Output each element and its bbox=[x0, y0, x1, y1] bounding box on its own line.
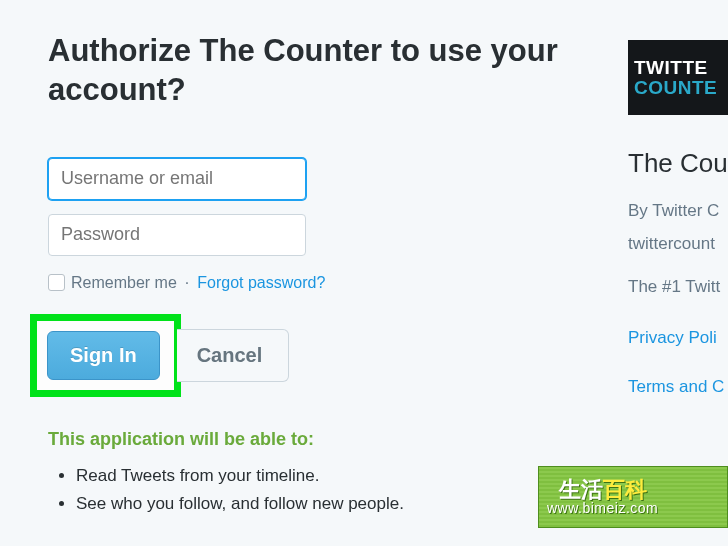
buttons-row: Sign In Cancel bbox=[48, 314, 588, 397]
terms-link[interactable]: Terms and C bbox=[628, 373, 728, 400]
side-column: TWITTE COUNTE The Cou By Twitter C twitt… bbox=[628, 32, 728, 519]
list-item: Read Tweets from your timeline. bbox=[76, 462, 588, 491]
abilities-list: Read Tweets from your timeline. See who … bbox=[48, 462, 588, 520]
watermark-logo: 生活百科 www.bimeiz.com bbox=[547, 479, 658, 515]
forgot-password-link[interactable]: Forgot password? bbox=[197, 274, 325, 292]
watermark-url: www.bimeiz.com bbox=[547, 501, 658, 515]
watermark-cn1: 生活 bbox=[559, 477, 603, 502]
page-title: Authorize The Counter to use your accoun… bbox=[48, 32, 588, 110]
logo-line1: TWITTE bbox=[634, 58, 728, 78]
authorize-page: Authorize The Counter to use your accoun… bbox=[0, 0, 728, 519]
app-author: By Twitter C bbox=[628, 197, 728, 224]
remember-row: Remember me · Forgot password? bbox=[48, 274, 588, 292]
logo-line2: COUNTE bbox=[634, 78, 728, 98]
app-name: The Cou bbox=[628, 143, 728, 185]
abilities-section: This application will be able to: Read T… bbox=[48, 429, 588, 520]
username-input[interactable] bbox=[48, 158, 306, 200]
password-field-wrap bbox=[48, 214, 588, 256]
signin-button[interactable]: Sign In bbox=[47, 331, 160, 380]
username-field-wrap bbox=[48, 158, 588, 200]
remember-label: Remember me bbox=[71, 274, 177, 292]
cancel-button[interactable]: Cancel bbox=[177, 329, 290, 382]
remember-checkbox[interactable] bbox=[48, 274, 65, 291]
app-logo: TWITTE COUNTE bbox=[628, 40, 728, 115]
privacy-policy-link[interactable]: Privacy Poli bbox=[628, 324, 728, 351]
watermark: 生活百科 www.bimeiz.com bbox=[538, 466, 728, 528]
password-input[interactable] bbox=[48, 214, 306, 256]
separator-dot: · bbox=[185, 274, 189, 292]
abilities-heading: This application will be able to: bbox=[48, 429, 588, 450]
list-item: See who you follow, and follow new peopl… bbox=[76, 490, 588, 519]
main-column: Authorize The Counter to use your accoun… bbox=[48, 32, 588, 519]
app-domain: twittercount bbox=[628, 230, 728, 257]
tutorial-highlight: Sign In bbox=[30, 314, 181, 397]
app-description: The #1 Twitt bbox=[628, 273, 728, 300]
watermark-cn2: 百科 bbox=[603, 477, 647, 502]
